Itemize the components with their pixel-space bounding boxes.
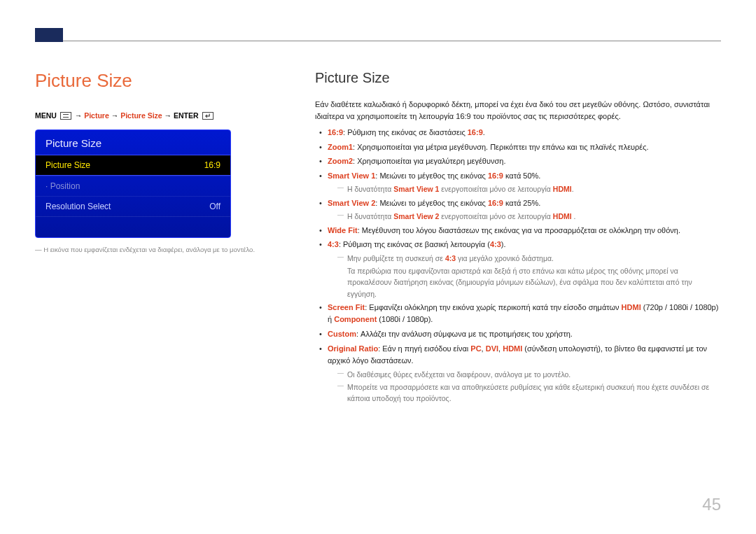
kw-hdmi: HDMI	[553, 185, 572, 193]
option-screen-fit: Screen Fit: Εμφανίζει ολόκληρη την εικόν…	[315, 302, 721, 326]
menu-breadcrumb: MENU → Picture → Picture Size → ENTER	[35, 111, 287, 120]
kw-sv2-169: 16:9	[488, 199, 503, 207]
page-number: 45	[702, 495, 721, 514]
text: ενεργοποιείται μόνο σε λειτουργία	[439, 212, 552, 220]
note-sv1: Η δυνατότητα Smart View 1 ενεργοποιείται…	[337, 183, 721, 195]
osd-row-label: · Position	[46, 181, 80, 191]
note-ports-vary: Οι διαθέσιμες θύρες ενδέχεται να διαφέρο…	[337, 369, 721, 380]
left-column: Picture Size MENU → Picture → Picture Si…	[35, 70, 287, 407]
osd-row-value: 16:9	[204, 160, 220, 170]
text: κατά 50%.	[503, 171, 540, 180]
kw-sv1: Smart View 1	[328, 171, 375, 180]
kw-hdmi: HDMI	[503, 344, 522, 353]
kw-sv1-169: 16:9	[488, 171, 503, 180]
breadcrumb-menu-label: MENU	[35, 111, 57, 120]
text: : Ρύθμιση της εικόνας σε βασική λειτουργ…	[339, 240, 490, 248]
kw-zoom1: Zoom1	[328, 143, 353, 151]
breadcrumb-enter-label: ENTER	[174, 111, 199, 120]
breadcrumb-seg-picture-size: Picture Size	[120, 111, 162, 120]
right-column: Picture Size Εάν διαθέτετε καλωδιακό ή δ…	[315, 70, 721, 407]
menu-icon	[60, 112, 71, 120]
text: : Αλλάζει την ανάλυση σύμφωνα με τις προ…	[356, 330, 573, 338]
option-wide-fit: Wide Fit: Μεγέθυνση του λόγου διαστάσεων…	[315, 225, 721, 237]
kw-pc: PC	[470, 344, 481, 353]
left-footnote: ― Η εικόνα που εμφανίζεται ενδέχεται να …	[35, 245, 287, 255]
text: .	[483, 128, 485, 136]
text: : Μειώνει το μέγεθος της εικόνας	[375, 199, 488, 207]
note-sv2: Η δυνατότητα Smart View 2 ενεργοποιείται…	[337, 211, 721, 222]
option-original-ratio: Original Ratio: Εάν η πηγή εισόδου είναι…	[315, 343, 721, 405]
osd-row-picture-size[interactable]: Picture Size 16:9	[36, 155, 230, 176]
section-heading-left: Picture Size	[35, 70, 287, 92]
text: : Εάν η πηγή εισόδου είναι	[378, 344, 470, 353]
header-accent-block	[35, 28, 63, 42]
osd-row-resolution-select[interactable]: Resolution Select Off	[36, 196, 230, 216]
text: : Μεγέθυνση του λόγου διαστάσεων της εικ…	[358, 226, 680, 234]
note-save-per-device: Μπορείτε να προσαρμόσετε και να αποθηκεύ…	[337, 381, 721, 405]
osd-panel: Picture Size Picture Size 16:9 · Positio…	[35, 129, 231, 238]
kw-4-3: 4:3	[328, 240, 339, 248]
kw-custom: Custom	[328, 330, 356, 338]
text: ενεργοποιείται μόνο σε λειτουργία	[439, 185, 552, 193]
kw-4-3-mid: 4:3	[490, 240, 501, 248]
kw-hdmi: HDMI	[553, 212, 572, 220]
kw-sv1-note: Smart View 1	[393, 185, 439, 193]
kw-hdmi: HDMI	[622, 303, 641, 311]
text: για μεγάλο χρονικό διάστημα.	[456, 254, 554, 262]
kw-zoom2: Zoom2	[328, 157, 353, 165]
option-smart-view-2: Smart View 2: Μειώνει το μέγεθος της εικ…	[315, 197, 721, 223]
text: : Μειώνει το μέγεθος της εικόνας	[375, 171, 488, 180]
kw-4-3-note: 4:3	[445, 254, 456, 262]
option-zoom1: Zoom1: Χρησιμοποιείται για μέτρια μεγέθυ…	[315, 141, 721, 154]
osd-title: Picture Size	[36, 130, 230, 155]
text: .	[572, 185, 574, 193]
text: : Ρύθμιση της εικόνας σε διαστάσεις	[343, 128, 468, 136]
text: : Χρησιμοποιείται για μέτρια μεγέθυνση. …	[353, 143, 649, 151]
kw-dvi: DVI	[486, 344, 498, 353]
kw-16-9: 16:9	[328, 128, 343, 136]
option-zoom2: Zoom2: Χρησιμοποιείται για μεγαλύτερη με…	[315, 155, 721, 168]
section-heading-right: Picture Size	[315, 70, 721, 86]
text: ).	[501, 240, 506, 248]
option-smart-view-1: Smart View 1: Μειώνει το μέγεθος της εικ…	[315, 170, 721, 195]
enter-icon	[202, 112, 214, 120]
text: (1080i / 1080p).	[377, 315, 433, 323]
text: : Χρησιμοποιείται για μεγαλύτερη μεγέθυν…	[353, 157, 505, 165]
osd-row-position[interactable]: · Position	[36, 176, 230, 196]
kw-component: Component	[334, 315, 377, 323]
osd-row-label: Resolution Select	[46, 202, 111, 211]
osd-row-label: Picture Size	[46, 160, 90, 170]
kw-original-ratio: Original Ratio	[328, 344, 378, 353]
option-16-9: 16:9: Ρύθμιση της εικόνας σε διαστάσεις …	[315, 127, 721, 139]
text: : Εμφανίζει ολόκληρη την εικόνα χωρίς πε…	[365, 303, 621, 311]
breadcrumb-seg-picture: Picture	[84, 111, 109, 120]
options-list: 16:9: Ρύθμιση της εικόνας σε διαστάσεις …	[315, 127, 721, 405]
note-4-3-burnin: Τα περιθώρια που εμφανίζονται αριστερά κ…	[347, 264, 721, 300]
intro-paragraph: Εάν διαθέτετε καλωδιακό ή δορυφορικό δέκ…	[315, 99, 721, 122]
text: .	[572, 212, 576, 220]
text: κατά 25%.	[503, 199, 540, 207]
note-4-3-warning: Μην ρυθμίζετε τη συσκευή σε 4:3 για μεγά…	[337, 253, 721, 300]
kw-screen-fit: Screen Fit	[328, 303, 365, 311]
kw-sv2-note: Smart View 2	[393, 212, 439, 220]
text: Η δυνατότητα	[347, 212, 393, 220]
kw-sv2: Smart View 2	[328, 199, 375, 207]
option-custom: Custom: Αλλάζει την ανάλυση σύμφωνα με τ…	[315, 328, 721, 341]
header-rule	[63, 41, 721, 41]
text: Μην ρυθμίζετε τη συσκευή σε	[347, 254, 445, 262]
kw-wide-fit: Wide Fit	[328, 226, 358, 234]
kw-16-9-tail: 16:9	[468, 128, 483, 136]
osd-footer	[36, 216, 230, 237]
option-4-3: 4:3: Ρύθμιση της εικόνας σε βασική λειτο…	[315, 239, 721, 300]
text: Η δυνατότητα	[347, 185, 393, 193]
osd-row-value: Off	[209, 202, 220, 211]
